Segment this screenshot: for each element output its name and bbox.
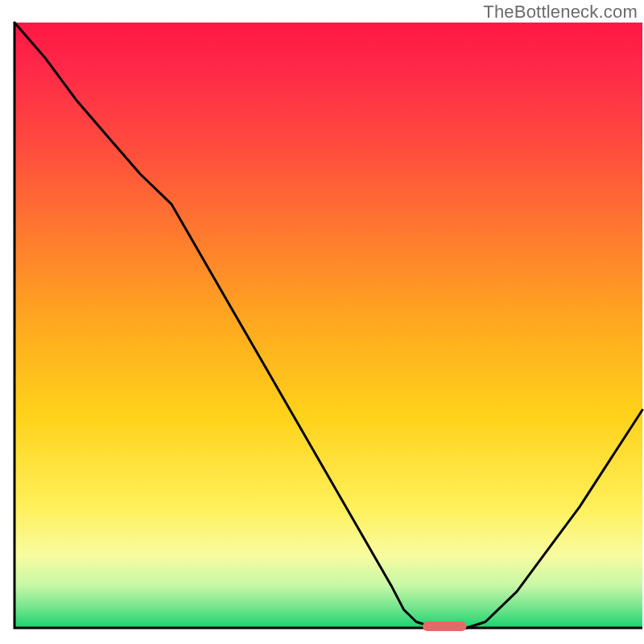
chart-svg (0, 0, 644, 644)
gradient-background (14, 23, 642, 628)
minimum-marker (423, 621, 467, 631)
watermark-text: TheBottleneck.com (483, 2, 638, 23)
bottleneck-chart: TheBottleneck.com (0, 0, 644, 644)
